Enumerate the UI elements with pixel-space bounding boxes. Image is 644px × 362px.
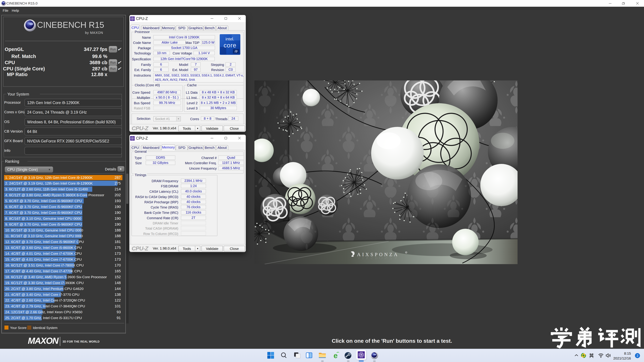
svg-text:AIXSPONZA: AIXSPONZA: [357, 255, 399, 260]
svg-text:R: R: [406, 252, 407, 253]
svg-text:core: core: [224, 42, 236, 49]
svg-text:i9: i9: [234, 49, 238, 53]
svg-text:intel.: intel.: [226, 37, 234, 41]
